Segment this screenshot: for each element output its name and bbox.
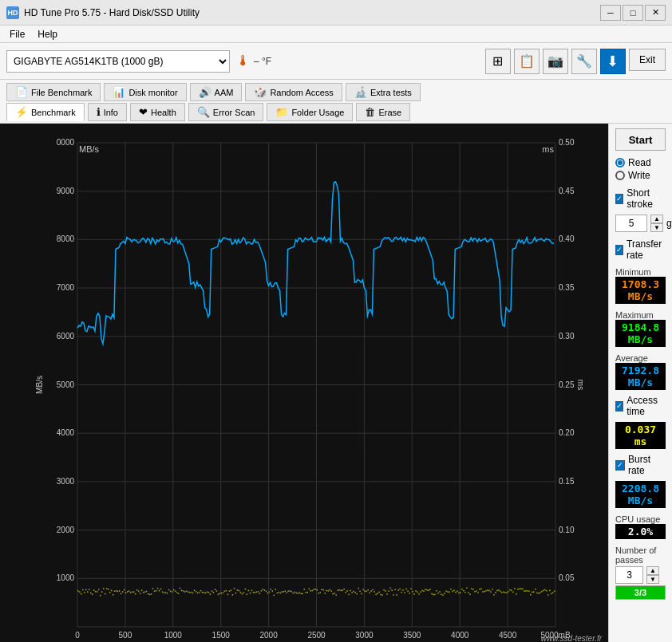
tab-error-scan[interactable]: 🔍 Error Scan bbox=[188, 103, 264, 121]
transfer-rate-checkbox[interactable]: ✓ bbox=[615, 245, 623, 255]
average-value: 7192.8 MB/s bbox=[615, 363, 666, 390]
radio-read-label: Read bbox=[628, 157, 651, 168]
maximize-button[interactable]: □ bbox=[623, 5, 643, 21]
access-time-label: Access time bbox=[627, 395, 666, 417]
cpu-usage-section: CPU usage 2.0% bbox=[615, 513, 666, 541]
erase-icon: 🗑 bbox=[365, 106, 375, 118]
tab-folder-usage-label: Folder Usage bbox=[291, 108, 344, 117]
progress-bar-inner: 3/3 bbox=[616, 586, 665, 599]
random-access-icon: 🎲 bbox=[254, 86, 267, 98]
stroke-spinner-row: ▲ ▼ gB bbox=[615, 215, 666, 232]
passes-down-button[interactable]: ▼ bbox=[646, 575, 659, 584]
passes-row: ▲ ▼ bbox=[615, 566, 666, 584]
main-content: www.ssd-tester.fr Start Read Write ✓ Sho… bbox=[0, 124, 672, 642]
average-label: Average bbox=[615, 353, 666, 363]
tab-extra-tests-label: Extra tests bbox=[370, 88, 412, 97]
passes-up-button[interactable]: ▲ bbox=[646, 566, 659, 575]
passes-label: Number of passes bbox=[615, 546, 666, 565]
tab-info-label: Info bbox=[104, 108, 118, 117]
stroke-down-button[interactable]: ▼ bbox=[650, 223, 663, 232]
tab-health[interactable]: ❤ Health bbox=[130, 103, 185, 121]
minimize-button[interactable]: ─ bbox=[600, 5, 621, 21]
folder-usage-icon: 📁 bbox=[275, 106, 288, 118]
tab-random-access[interactable]: 🎲 Random Access bbox=[245, 83, 342, 101]
radio-write-circle bbox=[615, 171, 625, 180]
menu-bar: File Help bbox=[0, 26, 672, 43]
short-stroke-row: ✓ Short stroke bbox=[615, 187, 666, 210]
access-time-checkbox[interactable]: ✓ bbox=[615, 401, 623, 412]
tab-extra-tests[interactable]: 🔬 Extra tests bbox=[346, 83, 421, 101]
toolbar-btn-4[interactable]: 🔧 bbox=[571, 49, 597, 74]
radio-read-circle bbox=[615, 158, 625, 167]
tab-disk-monitor-label: Disk monitor bbox=[128, 88, 177, 97]
burst-rate-checkbox[interactable]: ✓ bbox=[615, 460, 625, 471]
short-stroke-checkbox[interactable]: ✓ bbox=[615, 194, 623, 204]
cpu-usage-value: 2.0% bbox=[615, 524, 666, 539]
start-button[interactable]: Start bbox=[615, 128, 666, 151]
watermark: www.ssd-tester.fr bbox=[541, 634, 602, 642]
tab-erase[interactable]: 🗑 Erase bbox=[356, 103, 410, 121]
maximum-section: Maximum 9184.8 MB/s bbox=[615, 309, 666, 349]
transfer-rate-row: ✓ Transfer rate bbox=[615, 238, 666, 261]
radio-read[interactable]: Read bbox=[615, 157, 666, 168]
tab-aam[interactable]: 🔊 AAM bbox=[190, 83, 243, 101]
tab-benchmark-label: Benchmark bbox=[31, 108, 76, 117]
menu-file[interactable]: File bbox=[3, 27, 31, 41]
tabs-row-1: 📄 File Benchmark 📊 Disk monitor 🔊 AAM 🎲 … bbox=[6, 83, 666, 101]
drive-select[interactable]: GIGABYTE AG514K1TB (1000 gB) bbox=[6, 50, 230, 73]
burst-rate-row: ✓ Burst rate bbox=[615, 454, 666, 476]
short-stroke-label: Short stroke bbox=[627, 187, 666, 210]
maximum-label: Maximum bbox=[615, 310, 666, 320]
passes-section: Number of passes ▲ ▼ 3/3 bbox=[615, 544, 666, 600]
title-text: HD Tune Pro 5.75 - Hard Disk/SSD Utility bbox=[24, 7, 200, 18]
tab-disk-monitor[interactable]: 📊 Disk monitor bbox=[104, 83, 186, 101]
window-controls: ─ □ ✕ bbox=[600, 5, 666, 21]
disk-monitor-icon: 📊 bbox=[113, 86, 125, 98]
stroke-spinner-buttons: ▲ ▼ bbox=[650, 215, 663, 232]
radio-write[interactable]: Write bbox=[615, 170, 666, 181]
access-time-row: ✓ Access time bbox=[615, 395, 666, 417]
progress-bar: 3/3 bbox=[615, 585, 666, 600]
toolbar-icons: ⊞ 📋 📷 🔧 ⬇ Exit bbox=[485, 49, 666, 74]
toolbar-btn-3[interactable]: 📷 bbox=[543, 49, 568, 74]
tab-random-access-label: Random Access bbox=[270, 88, 333, 97]
exit-button[interactable]: Exit bbox=[629, 49, 666, 71]
radio-write-label: Write bbox=[628, 170, 650, 181]
stroke-up-button[interactable]: ▲ bbox=[650, 215, 663, 223]
tab-health-label: Health bbox=[151, 108, 176, 117]
toolbar: GIGABYTE AG514K1TB (1000 gB) 🌡 – °F ⊞ 📋 … bbox=[0, 43, 672, 80]
tab-benchmark[interactable]: ⚡ Benchmark bbox=[6, 103, 85, 121]
burst-rate-label: Burst rate bbox=[628, 454, 666, 476]
health-icon: ❤ bbox=[139, 106, 148, 118]
minimum-section: Minimum 1708.3 MB/s bbox=[615, 266, 666, 305]
toolbar-btn-1[interactable]: ⊞ bbox=[485, 49, 511, 74]
minimum-label: Minimum bbox=[615, 267, 666, 277]
stroke-unit: gB bbox=[666, 218, 672, 229]
thermometer-icon: 🌡 bbox=[236, 53, 251, 69]
tab-file-benchmark[interactable]: 📄 File Benchmark bbox=[6, 83, 101, 101]
passes-input[interactable] bbox=[615, 566, 643, 584]
tab-folder-usage[interactable]: 📁 Folder Usage bbox=[267, 103, 353, 121]
stroke-input[interactable] bbox=[615, 215, 647, 232]
close-button[interactable]: ✕ bbox=[645, 5, 666, 21]
aam-icon: 🔊 bbox=[199, 86, 211, 98]
title-bar: HD HD Tune Pro 5.75 - Hard Disk/SSD Util… bbox=[0, 0, 672, 26]
tab-file-benchmark-label: File Benchmark bbox=[31, 88, 92, 97]
cpu-usage-label: CPU usage bbox=[615, 514, 666, 524]
maximum-value: 9184.8 MB/s bbox=[615, 320, 666, 347]
passes-spinner-buttons: ▲ ▼ bbox=[646, 566, 659, 584]
tab-erase-label: Erase bbox=[378, 108, 401, 117]
download-button[interactable]: ⬇ bbox=[600, 49, 626, 74]
tab-error-scan-label: Error Scan bbox=[213, 108, 255, 117]
tab-info[interactable]: ℹ Info bbox=[88, 103, 127, 121]
tab-aam-label: AAM bbox=[215, 88, 234, 97]
temp-display: 🌡 – °F bbox=[236, 53, 271, 69]
toolbar-btn-2[interactable]: 📋 bbox=[514, 49, 540, 74]
radio-group: Read Write bbox=[615, 157, 666, 181]
benchmark-chart bbox=[36, 130, 584, 642]
tabs-row-2: ⚡ Benchmark ℹ Info ❤ Health 🔍 Error Scan… bbox=[6, 103, 666, 121]
transfer-rate-label: Transfer rate bbox=[627, 238, 666, 261]
minimum-value: 1708.3 MB/s bbox=[615, 277, 666, 304]
menu-help[interactable]: Help bbox=[31, 27, 64, 41]
chart-area: www.ssd-tester.fr bbox=[0, 124, 608, 642]
